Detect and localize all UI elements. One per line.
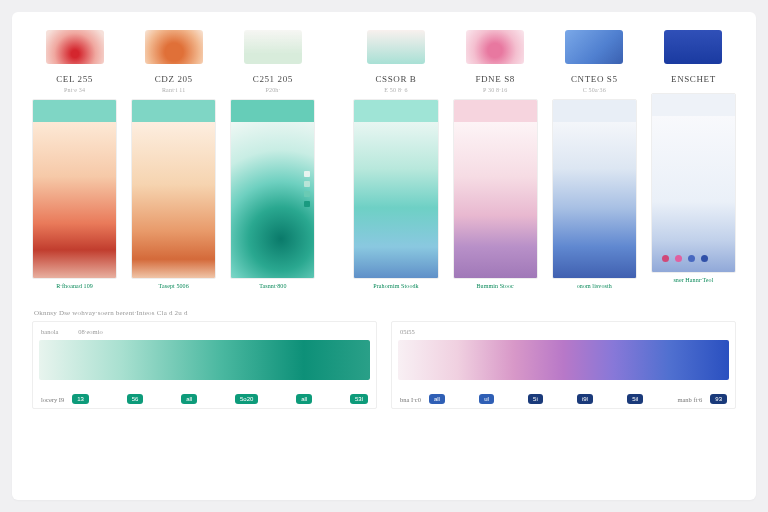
color-chip [367, 30, 425, 64]
timeline-left: banola 08·eomio E258R locery I9 13 56 al… [32, 321, 377, 409]
value-tag[interactable]: all [296, 394, 312, 404]
color-chip [565, 30, 623, 64]
swatch-caption: R·fhoanad 109 [56, 283, 93, 289]
swatch-item[interactable]: Enschet sner Hannr·Teol [651, 30, 736, 283]
swatch-panel [651, 93, 736, 273]
timeline-head-item: 05i55 [400, 328, 415, 335]
swatch-panel [131, 99, 216, 279]
swatch-caption: onom lisvosth [577, 283, 612, 289]
swatch-title: Enschet [671, 74, 716, 84]
swatch-subtitle: Pnt·e 34 [64, 87, 85, 93]
swatch-item[interactable]: Cel 255 Pnt·e 34 R·fhoanad 109 [32, 30, 117, 289]
swatch-row: Cel 255 Pnt·e 34 R·fhoanad 109 Cdz 205 R… [32, 30, 736, 289]
legend-dots [304, 171, 310, 207]
swatch-title: Fdne S8 [475, 74, 514, 84]
timeline-foot: bna I·c0 all ul 5i i9l 5il manb ft·6 93 [400, 394, 727, 404]
color-chip [466, 30, 524, 64]
swatch-item[interactable]: C251 205 P20h· Tasnnt·800 [230, 30, 315, 289]
value-tag[interactable]: 13 [72, 394, 89, 404]
gradient-strip [398, 340, 729, 380]
swatch-title: Cel 255 [56, 74, 93, 84]
swatch-title: Cdz 205 [155, 74, 193, 84]
gradient-strip [39, 340, 370, 380]
swatch-caption: Bummin Stooc [476, 283, 513, 289]
timeline-head-item: 08·eomio [78, 328, 102, 335]
timeline-foot-label: locery I9 [41, 396, 64, 403]
color-chip [664, 30, 722, 64]
swatch-title: Cnteo S5 [571, 74, 618, 84]
value-tag[interactable]: 5o20 [235, 394, 258, 404]
swatch-item[interactable]: Cnteo S5 C 50a·36 onom lisvosth [552, 30, 637, 289]
color-chip [244, 30, 302, 64]
value-tag[interactable]: 56 [127, 394, 144, 404]
palette-card: Cel 255 Pnt·e 34 R·fhoanad 109 Cdz 205 R… [12, 12, 756, 500]
swatch-subtitle: E 50 8· 6 [384, 87, 407, 93]
color-chip [145, 30, 203, 64]
value-tag[interactable]: 5il [627, 394, 643, 404]
swatch-subtitle: P 30 8·16 [483, 87, 507, 93]
value-tag[interactable]: 93 [710, 394, 727, 404]
swatch-subtitle: C 50a·36 [583, 87, 606, 93]
value-tag[interactable]: 5i [528, 394, 543, 404]
value-tag[interactable]: i9l [577, 394, 593, 404]
swatch-panel [230, 99, 315, 279]
swatch-item[interactable]: Cssor B E 50 8· 6 Prahornim Stoodk [353, 30, 438, 289]
timeline-foot: locery I9 13 56 all 5o20 all 53l [41, 394, 368, 404]
timeline-head-item: banola [41, 328, 58, 335]
swatch-panel [552, 99, 637, 279]
swatch-panel [32, 99, 117, 279]
value-tag[interactable]: all [181, 394, 197, 404]
dot-row [662, 255, 708, 262]
swatch-item[interactable]: Fdne S8 P 30 8·16 Bummin Stooc [453, 30, 538, 289]
value-tag[interactable]: 53l [350, 394, 368, 404]
timeline-right: 05i55 bna I·c0 all ul 5i i9l 5il manb ft… [391, 321, 736, 409]
swatch-caption: Tasept 5006 [159, 283, 189, 289]
color-chip [46, 30, 104, 64]
swatch-caption: sner Hannr·Teol [673, 277, 713, 283]
swatch-subtitle: P20h· [265, 87, 280, 93]
value-tag[interactable]: all [429, 394, 445, 404]
swatch-title: Cssor B [376, 74, 417, 84]
swatch-title: C251 205 [253, 74, 293, 84]
swatch-caption: Tasnnt·800 [259, 283, 286, 289]
swatch-subtitle: Rant·i 11 [162, 87, 186, 93]
value-tag[interactable]: ul [479, 394, 494, 404]
swatch-caption: Prahornim Stoodk [373, 283, 418, 289]
swatch-panel [353, 99, 438, 279]
section-label: Oknnsy Dse wohvay·soern berent·Inteos Cl… [34, 309, 736, 317]
swatch-panel [453, 99, 538, 279]
timeline-end-label: manb ft·6 [677, 396, 702, 403]
timeline-head: 05i55 [400, 328, 727, 335]
swatch-item[interactable]: Cdz 205 Rant·i 11 Tasept 5006 [131, 30, 216, 289]
timeline-row: banola 08·eomio E258R locery I9 13 56 al… [32, 321, 736, 409]
timeline-foot-label: bna I·c0 [400, 396, 421, 403]
timeline-head: banola 08·eomio [41, 328, 368, 335]
